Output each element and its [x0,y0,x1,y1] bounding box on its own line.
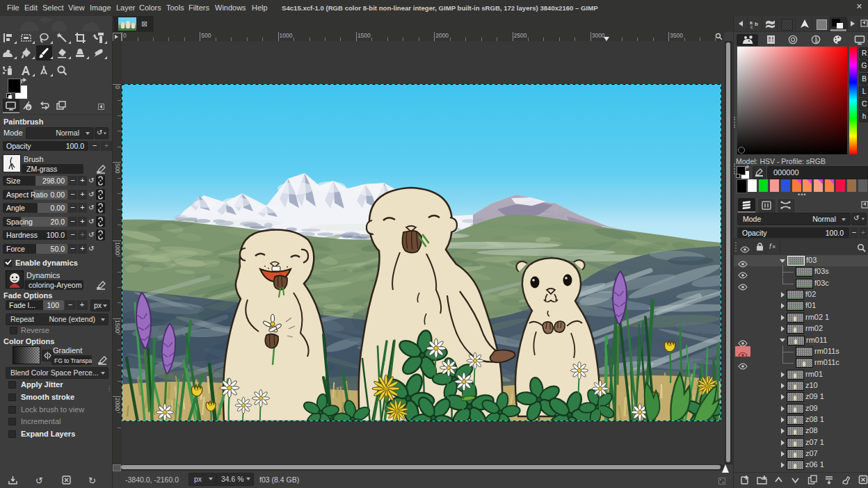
svg-text:o: o [27,104,30,111]
svg-text:b: b [755,21,758,27]
svg-text:c: c [750,24,753,29]
